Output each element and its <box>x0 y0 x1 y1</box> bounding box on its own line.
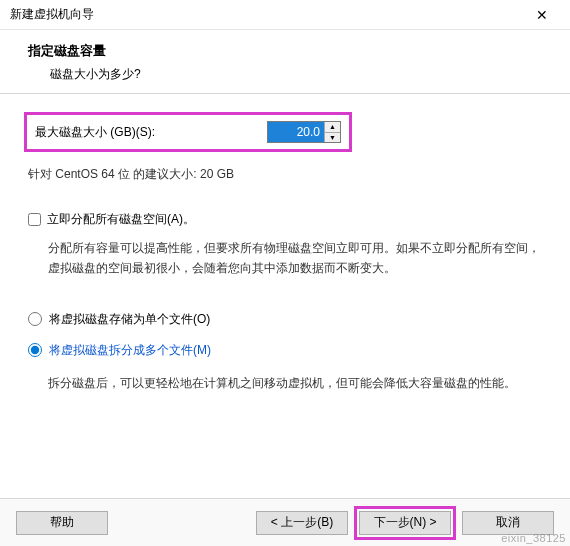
allocate-now-label[interactable]: 立即分配所有磁盘空间(A)。 <box>47 211 195 228</box>
titlebar: 新建虚拟机向导 ✕ <box>0 0 570 30</box>
allocate-description: 分配所有容量可以提高性能，但要求所有物理磁盘空间立即可用。如果不立即分配所有空间… <box>28 238 542 279</box>
window-title: 新建虚拟机向导 <box>10 6 94 23</box>
next-button[interactable]: 下一步(N) > <box>359 511 451 535</box>
storage-split-row: 将虚拟磁盘拆分成多个文件(M) <box>28 342 542 359</box>
help-button[interactable]: 帮助 <box>16 511 108 535</box>
spinner-buttons: ▲ ▼ <box>324 122 340 142</box>
allocate-section: 立即分配所有磁盘空间(A)。 分配所有容量可以提高性能，但要求所有物理磁盘空间立… <box>24 211 546 279</box>
close-icon: ✕ <box>536 7 548 23</box>
content-area: 最大磁盘大小 (GB)(S): ▲ ▼ 针对 CentOS 64 位 的建议大小… <box>0 94 570 393</box>
disk-size-spinner: ▲ ▼ <box>267 121 341 143</box>
allocate-checkbox-row: 立即分配所有磁盘空间(A)。 <box>28 211 542 228</box>
chevron-down-icon: ▼ <box>329 134 336 141</box>
page-subheading: 磁盘大小为多少? <box>28 66 550 83</box>
spin-up-button[interactable]: ▲ <box>325 122 340 133</box>
allocate-now-checkbox[interactable] <box>28 213 41 226</box>
spin-down-button[interactable]: ▼ <box>325 133 340 143</box>
cancel-button[interactable]: 取消 <box>462 511 554 535</box>
wizard-header: 指定磁盘容量 磁盘大小为多少? <box>0 30 570 94</box>
footer-left: 帮助 <box>16 511 108 535</box>
chevron-up-icon: ▲ <box>329 123 336 130</box>
disk-size-label: 最大磁盘大小 (GB)(S): <box>35 124 263 141</box>
store-single-label[interactable]: 将虚拟磁盘存储为单个文件(O) <box>49 311 210 328</box>
split-description: 拆分磁盘后，可以更轻松地在计算机之间移动虚拟机，但可能会降低大容量磁盘的性能。 <box>28 373 542 393</box>
footer-right: < 上一步(B) 下一步(N) > 取消 <box>256 506 554 540</box>
recommended-size-text: 针对 CentOS 64 位 的建议大小: 20 GB <box>28 166 546 183</box>
store-split-label[interactable]: 将虚拟磁盘拆分成多个文件(M) <box>49 342 211 359</box>
storage-radio-group: 将虚拟磁盘存储为单个文件(O) 将虚拟磁盘拆分成多个文件(M) 拆分磁盘后，可以… <box>24 311 546 393</box>
storage-single-row: 将虚拟磁盘存储为单个文件(O) <box>28 311 542 328</box>
disk-size-row: 最大磁盘大小 (GB)(S): ▲ ▼ <box>24 112 352 152</box>
page-heading: 指定磁盘容量 <box>28 42 550 60</box>
back-button[interactable]: < 上一步(B) <box>256 511 348 535</box>
close-button[interactable]: ✕ <box>522 1 562 29</box>
store-split-radio[interactable] <box>28 343 42 357</box>
disk-size-input[interactable] <box>268 122 324 142</box>
next-highlight: 下一步(N) > <box>354 506 456 540</box>
store-single-radio[interactable] <box>28 312 42 326</box>
footer-bar: 帮助 < 上一步(B) 下一步(N) > 取消 <box>0 498 570 546</box>
